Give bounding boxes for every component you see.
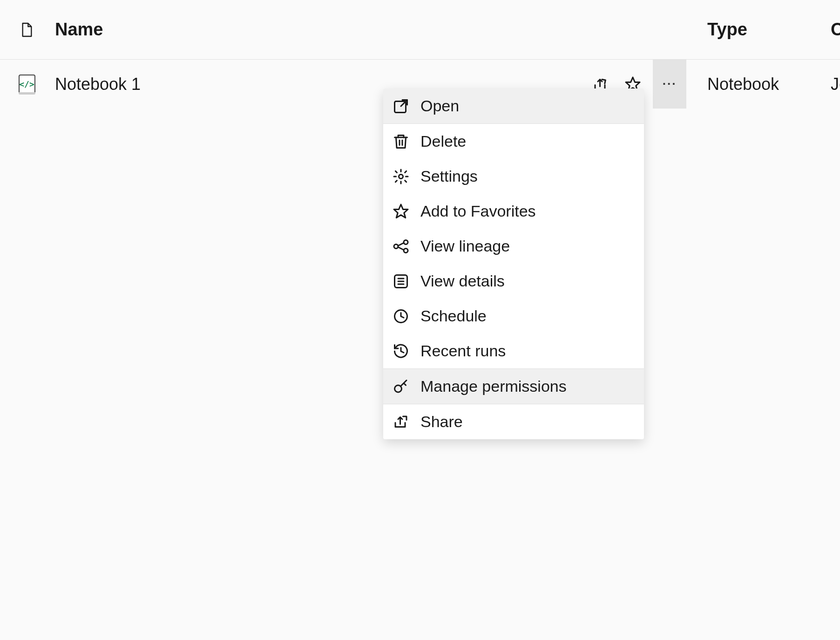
row-type-cell: Notebook bbox=[691, 75, 831, 94]
table-header: Name Type C bbox=[0, 0, 840, 60]
open-icon bbox=[393, 98, 420, 115]
menu-item-label: Schedule bbox=[420, 307, 487, 325]
menu-item-label: Open bbox=[420, 97, 459, 115]
row-extra-label: Jer bbox=[831, 75, 840, 94]
clock-icon bbox=[393, 308, 420, 325]
header-name-cell[interactable]: Name bbox=[54, 20, 589, 40]
menu-item-label: Settings bbox=[420, 167, 478, 185]
menu-item-favorites[interactable]: Add to Favorites bbox=[383, 194, 644, 229]
menu-item-open[interactable]: Open bbox=[383, 89, 644, 123]
svg-marker-3 bbox=[394, 204, 408, 218]
header-icon-cell bbox=[0, 22, 54, 38]
header-type-cell[interactable]: Type bbox=[691, 20, 831, 40]
context-menu: Open Delete Settings Add to Favo bbox=[383, 89, 644, 439]
notebook-icon: </> bbox=[19, 75, 35, 94]
key-icon bbox=[393, 378, 420, 395]
history-icon bbox=[393, 343, 420, 360]
row-icon-cell: </> bbox=[0, 75, 54, 94]
menu-item-share[interactable]: Share bbox=[383, 404, 644, 439]
menu-item-label: Share bbox=[420, 413, 463, 431]
menu-item-label: Delete bbox=[420, 132, 466, 150]
header-extra-cell: C bbox=[831, 20, 840, 40]
menu-item-label: View details bbox=[420, 272, 505, 290]
svg-point-6 bbox=[404, 248, 408, 252]
star-icon bbox=[393, 203, 420, 220]
menu-item-lineage[interactable]: View lineage bbox=[383, 229, 644, 264]
row-type-label: Notebook bbox=[707, 75, 779, 94]
more-button[interactable]: ··· bbox=[653, 60, 686, 109]
more-icon: ··· bbox=[663, 77, 677, 91]
svg-point-2 bbox=[399, 174, 403, 178]
menu-item-label: Recent runs bbox=[420, 342, 506, 360]
svg-point-5 bbox=[404, 240, 408, 244]
share-icon bbox=[393, 414, 420, 430]
menu-item-permissions[interactable]: Manage permissions bbox=[383, 369, 644, 404]
row-extra-cell: Jer bbox=[831, 75, 840, 94]
menu-item-schedule[interactable]: Schedule bbox=[383, 299, 644, 334]
svg-point-4 bbox=[394, 244, 398, 248]
menu-item-label: View lineage bbox=[420, 237, 510, 255]
row-name-label: Notebook 1 bbox=[55, 75, 141, 94]
menu-item-delete[interactable]: Delete bbox=[383, 124, 644, 159]
menu-item-details[interactable]: View details bbox=[383, 264, 644, 299]
menu-item-label: Manage permissions bbox=[420, 377, 567, 395]
header-type-label: Type bbox=[707, 20, 747, 39]
details-icon bbox=[393, 273, 420, 290]
document-icon bbox=[20, 22, 34, 38]
trash-icon bbox=[393, 133, 420, 150]
gear-icon bbox=[393, 168, 420, 185]
header-name-label: Name bbox=[55, 20, 103, 39]
menu-item-label: Add to Favorites bbox=[420, 202, 536, 220]
lineage-icon bbox=[393, 238, 420, 255]
menu-item-recent[interactable]: Recent runs bbox=[383, 334, 644, 368]
menu-item-settings[interactable]: Settings bbox=[383, 159, 644, 194]
